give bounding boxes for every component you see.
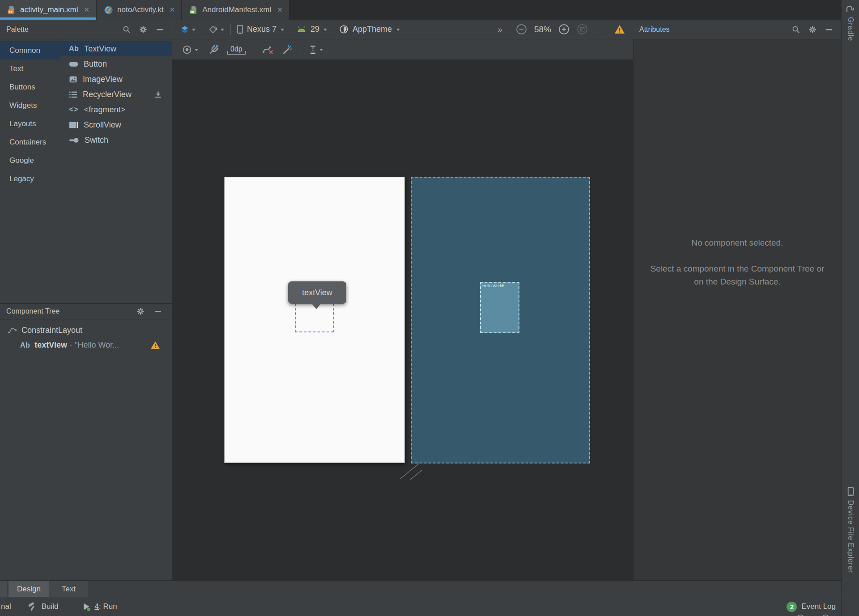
zoom-fit-icon[interactable]: [577, 24, 588, 35]
tab-label: notoActivity.kt: [117, 5, 164, 14]
gear-icon[interactable]: [139, 25, 147, 34]
switch-icon: [69, 137, 79, 143]
recyclerview-icon: [69, 91, 77, 98]
palette-category-common[interactable]: Common: [0, 41, 60, 59]
device-file-explorer-label: Device File Explorer: [846, 500, 855, 573]
rotate-icon: [208, 25, 218, 34]
tab-android-manifest-xml[interactable]: MF AndroidManifest.xml ✕: [182, 0, 289, 20]
gradle-toolwindow-button[interactable]: Gradle: [842, 4, 859, 41]
xml-file-icon: <>: [7, 5, 16, 14]
close-icon[interactable]: ✕: [277, 6, 283, 14]
palette-category-google[interactable]: Google: [0, 151, 60, 170]
api-level-selector[interactable]: 29: [296, 25, 327, 34]
tab-design[interactable]: Design: [9, 581, 49, 597]
palette-item-scrollview[interactable]: ScrollView: [60, 117, 172, 132]
guideline-button[interactable]: [309, 45, 323, 55]
autoconnect-toggle[interactable]: [208, 44, 219, 55]
bottom-bar-edge: [0, 581, 7, 597]
hide-icon[interactable]: [156, 25, 164, 34]
item-label: ImageView: [83, 75, 123, 84]
device-selector[interactable]: Nexus 7: [237, 25, 285, 34]
gear-icon[interactable]: [136, 307, 145, 315]
palette-category-legacy[interactable]: Legacy: [0, 170, 60, 188]
attributes-empty-title: No component selected.: [647, 236, 828, 249]
default-margin-button[interactable]: 0dp: [227, 45, 246, 55]
palette-items: Ab TextView Button ImageView RecyclerVie…: [60, 39, 172, 305]
download-icon[interactable]: [154, 91, 162, 98]
constraintlayout-icon: [8, 327, 17, 334]
scrollview-icon: [69, 121, 78, 129]
zoom-in-icon[interactable]: [558, 24, 570, 35]
attributes-header: Attributes: [633, 20, 841, 39]
tab-text[interactable]: Text: [49, 581, 88, 597]
zoom-out-icon[interactable]: [516, 24, 527, 35]
rotate-surface-button[interactable]: [208, 25, 225, 34]
build-label: Build: [42, 602, 59, 611]
blueprint-textview[interactable]: Hello World!: [480, 282, 519, 333]
device-label: Nexus 7: [247, 25, 276, 34]
search-icon[interactable]: [123, 25, 131, 34]
tree-node-textview[interactable]: Ab textView - "Hello Wor...: [0, 338, 172, 353]
infer-constraints-button[interactable]: [282, 44, 293, 55]
close-icon[interactable]: ✕: [170, 6, 175, 14]
guideline-icon: [309, 45, 317, 55]
search-icon[interactable]: [792, 25, 800, 34]
hammer-icon: [27, 602, 37, 612]
event-log-label: Event Log: [801, 602, 836, 611]
gear-icon[interactable]: [808, 25, 816, 34]
item-label: RecyclerView: [83, 90, 132, 99]
editor-tab-bar: <> activity_main.xml ✕ notoActivity.kt ✕…: [0, 0, 859, 20]
hide-icon[interactable]: [154, 307, 162, 315]
hide-icon[interactable]: [825, 25, 833, 34]
palette-category-layouts[interactable]: Layouts: [0, 115, 60, 133]
imageview-icon: [69, 75, 77, 84]
magic-wand-icon: [282, 44, 293, 55]
magnet-off-icon: [208, 44, 219, 55]
device-file-explorer-button[interactable]: Device File Explorer: [842, 487, 859, 573]
item-label: ScrollView: [84, 120, 121, 130]
palette-category-text[interactable]: Text: [0, 59, 60, 78]
palette-item-recyclerview[interactable]: RecyclerView: [60, 87, 172, 102]
palette-item-imageview[interactable]: ImageView: [60, 72, 172, 87]
tab-activity-main-xml[interactable]: <> activity_main.xml ✕: [0, 0, 96, 20]
palette-item-button[interactable]: Button: [60, 56, 172, 72]
design-surface[interactable]: Hello World! textView: [172, 60, 633, 580]
close-icon[interactable]: ✕: [84, 6, 89, 14]
palette-item-fragment[interactable]: <> <fragment>: [60, 102, 172, 117]
statusbar-cropped-icon: [821, 614, 829, 616]
terminal-toolwindow-button[interactable]: nal: [0, 602, 11, 611]
warning-icon[interactable]: [150, 341, 160, 349]
item-label: Button: [84, 59, 107, 69]
tree-node-constraintlayout[interactable]: ConstraintLayout: [0, 323, 172, 338]
tab-noto-activity-kt[interactable]: notoActivity.kt ✕: [97, 0, 181, 20]
clear-constraints-button[interactable]: [262, 44, 273, 55]
build-toolwindow-button[interactable]: Build: [27, 602, 59, 612]
view-options-button[interactable]: [182, 45, 199, 55]
palette-category-buttons[interactable]: Buttons: [0, 78, 60, 96]
component-tree-title: Component Tree: [0, 307, 60, 315]
api-level-label: 29: [310, 25, 319, 34]
item-label: TextView: [84, 44, 116, 54]
palette-category-containers[interactable]: Containers: [0, 133, 60, 151]
theme-label: AppTheme: [353, 25, 392, 34]
tree-node-value: - "Hello Wor...: [70, 340, 119, 350]
toolbar-overflow-button[interactable]: »: [498, 25, 502, 34]
palette-category-widgets[interactable]: Widgets: [0, 96, 60, 115]
chevron-down-icon: [220, 28, 225, 31]
zoom-level: 58%: [534, 25, 551, 34]
theme-selector[interactable]: AppTheme: [339, 25, 400, 34]
warnings-icon[interactable]: [614, 25, 625, 34]
attributes-empty-hint: Select a component in the Component Tree…: [647, 262, 828, 288]
chevron-down-icon: [323, 28, 327, 31]
canvas-resize-handle[interactable]: [400, 462, 423, 480]
orientation-variant-button[interactable]: [180, 25, 196, 34]
manifest-file-icon: MF: [189, 5, 198, 14]
tree-node-label: textView: [34, 340, 67, 350]
run-toolwindow-button[interactable]: 4: Run: [82, 602, 117, 611]
palette-item-textview[interactable]: Ab TextView: [60, 41, 172, 56]
tab-label: AndroidManifest.xml: [202, 5, 271, 14]
palette-header: Palette: [0, 20, 172, 39]
textview-icon: Ab: [69, 45, 79, 53]
palette-item-switch[interactable]: Switch: [60, 132, 172, 148]
status-bar: nal Build 4: Run 2 Event Log: [0, 597, 859, 616]
